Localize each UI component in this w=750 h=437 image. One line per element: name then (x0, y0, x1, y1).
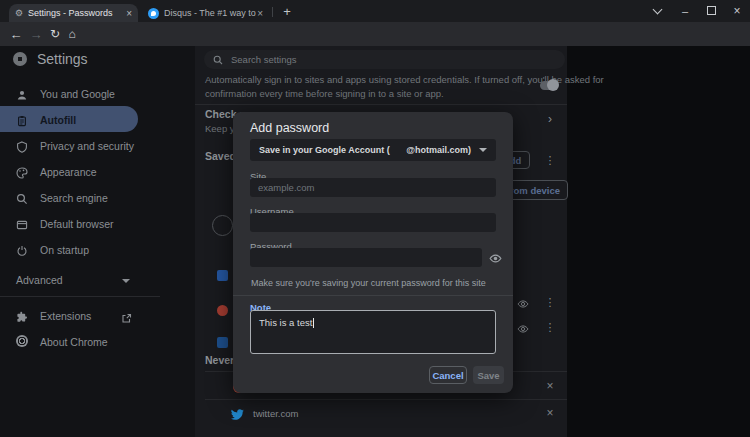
note-text: This is a test (259, 317, 312, 328)
nav-advanced-toggle[interactable]: Advanced (16, 274, 63, 286)
sidebar-item-privacy-and-security[interactable]: Privacy and security (40, 140, 134, 152)
dialog-title: Add password (250, 121, 329, 135)
show-password-eye-icon[interactable] (517, 296, 529, 314)
sidebar-item-about-chrome[interactable]: About Chrome (40, 336, 108, 348)
chevron-down-icon (122, 279, 130, 283)
tab-disqus[interactable]: Disqus - The #1 way to build an × (142, 4, 269, 22)
note-textarea[interactable]: This is a test (250, 310, 496, 354)
window-maximize-button[interactable] (702, 2, 720, 19)
sidebar-item-on-startup[interactable]: On startup (40, 244, 89, 256)
external-link-icon (121, 310, 132, 328)
twitter-favicon (231, 407, 244, 425)
site-input[interactable] (250, 178, 496, 197)
site-favicon-blue (217, 270, 228, 281)
nav-divider (0, 296, 160, 297)
reload-icon[interactable]: ↻ (47, 25, 63, 43)
show-password-eye-icon[interactable] (517, 321, 529, 339)
remove-never-saved-icon[interactable]: × (543, 406, 557, 420)
forward-icon[interactable]: → (28, 25, 44, 43)
auto-signin-description-line2: confirmation every time before signing i… (205, 88, 444, 99)
browser-window-icon (16, 217, 28, 235)
dialog-divider (233, 295, 513, 296)
account-select-text-right: @hotmail.com) (406, 145, 471, 155)
tab-strip: ⚙ Settings - Passwords × Disqus - The #1… (0, 0, 750, 22)
cancel-button[interactable]: Cancel (429, 366, 467, 384)
gear-icon: ⚙ (15, 8, 23, 18)
site-favicon-red (217, 305, 228, 316)
account-select-text-left: Save in your Google Account ( (259, 145, 390, 155)
show-password-eye-icon[interactable] (489, 251, 502, 269)
clipboard-icon (16, 113, 28, 131)
password-row-kebab-icon[interactable]: ⋮ (543, 321, 557, 334)
page-title: Settings (37, 51, 88, 67)
password-input[interactable] (250, 248, 482, 267)
magnifier-icon (16, 191, 28, 209)
sidebar-item-you-and-google[interactable]: You and Google (40, 88, 115, 100)
account-store-select[interactable]: Save in your Google Account ( @hotmail.c… (250, 139, 496, 161)
sidebar-item-search-engine[interactable]: Search engine (40, 192, 108, 204)
back-icon[interactable]: ← (8, 25, 24, 43)
tab-settings-passwords[interactable]: ⚙ Settings - Passwords × (9, 4, 138, 22)
settings-nav-panel (0, 46, 195, 437)
password-row-kebab-icon[interactable]: ⋮ (543, 296, 557, 309)
window-minimize-button[interactable]: – (676, 2, 694, 19)
search-icon (213, 55, 223, 65)
content-divider (195, 104, 567, 105)
sidebar-item-appearance[interactable]: Appearance (40, 166, 97, 178)
search-placeholder: Search settings (231, 54, 296, 65)
sidebar-item-extensions[interactable]: Extensions (40, 310, 91, 322)
save-button[interactable]: Save (473, 366, 504, 384)
sidebar-item-autofill[interactable]: Autofill (40, 114, 76, 126)
chevron-right-icon: › (548, 112, 552, 126)
text-cursor (313, 318, 314, 328)
desktop: ⚙ Settings - Passwords × Disqus - The #1… (0, 0, 750, 437)
tab-close-icon[interactable]: × (126, 8, 132, 19)
power-icon (16, 243, 28, 261)
tab-title: Disqus - The #1 way to build an (164, 8, 257, 18)
circle-outline-icon (212, 215, 233, 236)
person-icon (16, 87, 28, 105)
chrome-logo-icon (16, 335, 28, 347)
remove-never-saved-icon[interactable]: × (543, 379, 557, 393)
sidebar-item-default-browser[interactable]: Default browser (40, 218, 114, 230)
palette-icon (16, 165, 28, 183)
password-helper-text: Make sure you're saving your current pas… (251, 278, 486, 288)
search-settings-input[interactable]: Search settings (204, 50, 565, 69)
tab-title: Settings - Passwords (28, 8, 126, 18)
window-menu-chevron-icon[interactable] (648, 2, 666, 19)
saved-passwords-kebab-icon[interactable]: ⋮ (543, 154, 557, 167)
new-tab-button[interactable]: + (278, 3, 296, 20)
username-input[interactable] (250, 213, 496, 232)
puzzle-icon (16, 309, 28, 327)
never-saved-site-label: twitter.com (253, 408, 298, 419)
page-background-right (567, 46, 750, 437)
shield-icon (16, 139, 28, 157)
select-caret-icon (479, 148, 487, 152)
disqus-favicon (148, 8, 159, 19)
tab-separator (272, 7, 273, 17)
add-password-dialog: Add password Save in your Google Account… (233, 112, 513, 393)
tab-close-icon[interactable]: × (257, 8, 263, 19)
window-close-button[interactable]: × (728, 2, 746, 19)
row-divider (205, 399, 567, 400)
toggle-knob (547, 79, 559, 91)
browser-toolbar: ← → ↻ ⌂ Chrome | chrome://settings/passw… (0, 22, 750, 46)
settings-logo-icon (13, 52, 27, 66)
auto-signin-toggle[interactable] (540, 81, 558, 90)
home-icon[interactable]: ⌂ (64, 25, 80, 43)
site-favicon-blue (217, 337, 228, 348)
